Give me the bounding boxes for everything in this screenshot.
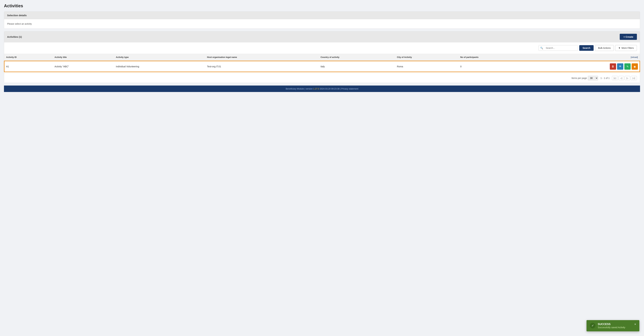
page-wrapper: Activities Selection details Please sele… — [0, 0, 644, 336]
cell-activity-title: Activity "ABC" — [52, 61, 114, 72]
search-input[interactable] — [545, 45, 578, 51]
toast-content: SUCCESS Successfully saved Activity — [598, 323, 630, 329]
cell-country: Italy — [318, 61, 395, 72]
view-button[interactable]: 👁 — [617, 63, 623, 70]
cell-activity-type: Individual Volunteering — [114, 61, 205, 72]
col-country: Country of activity — [318, 54, 395, 61]
col-city: City of Activity — [395, 54, 458, 61]
selection-details-body: Please select an activity — [4, 19, 640, 29]
edit-button[interactable]: ✎ — [624, 63, 630, 70]
items-per-page-select[interactable]: 30 50 100 — [588, 76, 598, 80]
success-toast: ✓ SUCCESS Successfully saved Activity × — [586, 320, 639, 331]
activities-count-label: Activities (1) — [7, 35, 22, 38]
create-button[interactable]: + Create — [620, 34, 637, 40]
last-page-button[interactable]: ▷| — [631, 76, 637, 80]
next-page-button[interactable]: ▷ — [625, 76, 630, 80]
bottom-bar-text-before: Beneficiary Module | version — [286, 88, 313, 90]
toast-container: ✓ SUCCESS Successfully saved Activity × — [586, 320, 639, 331]
col-activity-id: Activity ID — [4, 54, 52, 61]
delete-button[interactable]: 🗑 — [610, 63, 616, 70]
items-per-page-wrapper: Items per page 30 50 100 — [572, 76, 598, 80]
cell-participants: 0 — [458, 61, 533, 72]
col-activity-type: Activity type — [114, 54, 205, 61]
cell-activity-id: A1 — [4, 61, 52, 72]
toast-close-button[interactable]: × — [633, 323, 636, 326]
bulk-actions-button[interactable]: Bulk Actions — [595, 45, 614, 51]
table-footer: Items per page 30 50 100 1 - 1 of 1 |◁ ◁… — [4, 73, 640, 83]
toast-message: Successfully saved Activity — [598, 326, 630, 329]
selection-details-header: Selection details — [4, 12, 640, 19]
search-button[interactable]: Search — [579, 45, 594, 51]
activities-table-wrapper: Activity ID Activity title Activity type… — [4, 54, 640, 73]
cell-host-org: Test-org.IT.01 — [205, 61, 318, 72]
selection-details-card: Selection details Please select an activ… — [4, 12, 640, 29]
search-wrapper: 🔍 — [538, 45, 578, 51]
table-header-row: Activity ID Activity title Activity type… — [4, 54, 640, 61]
items-per-page-label: Items per page — [572, 77, 587, 79]
pagination-info: 1 - 1 of 1 — [600, 77, 610, 79]
table-controls: 🔍 Search Bulk Actions ▼ More Filters — [4, 42, 640, 54]
search-icon-button[interactable]: 🔍 — [538, 45, 545, 51]
cell-actions: 🗑 👁 ✎ ◉ — [533, 61, 640, 72]
activities-table: Activity ID Activity title Activity type… — [4, 54, 640, 72]
col-participants: No of participants — [458, 54, 533, 61]
activities-card: Activities (1) + Create 🔍 Search Bulk Ac… — [4, 31, 640, 83]
table-row[interactable]: A1 Activity "ABC" Individual Volunteerin… — [4, 61, 640, 72]
page-title: Activities — [4, 3, 640, 9]
more-filters-label: More Filters — [622, 47, 634, 49]
extra-button[interactable]: ◉ — [632, 63, 638, 70]
col-host-org: Host organisation legal name — [205, 54, 318, 61]
cell-city: Roma — [395, 61, 458, 72]
first-page-button[interactable]: |◁ — [612, 76, 618, 80]
bottom-bar-text-after: 2024.03.20 09:23:38 | Privacy statement — [320, 88, 358, 90]
bottom-bar-version: 1.27.0 — [313, 88, 319, 90]
bottom-bar: Beneficiary Module | version 1.27.0 2024… — [4, 86, 640, 92]
pagination-buttons: |◁ ◁ ▷ ▷| — [612, 76, 637, 80]
col-activity-title: Activity title — [52, 54, 114, 61]
table-body: A1 Activity "ABC" Individual Volunteerin… — [4, 61, 640, 72]
toast-success-icon: ✓ — [590, 323, 596, 328]
selection-details-text: Please select an activity — [7, 23, 32, 25]
filter-icon: ▼ — [618, 47, 620, 49]
toast-title: SUCCESS — [598, 323, 630, 326]
reload-link[interactable]: [reload] — [533, 54, 640, 61]
prev-page-button[interactable]: ◁ — [618, 76, 624, 80]
more-filters-button[interactable]: ▼ More Filters — [615, 45, 637, 51]
activities-section-header: Activities (1) + Create — [4, 32, 640, 42]
